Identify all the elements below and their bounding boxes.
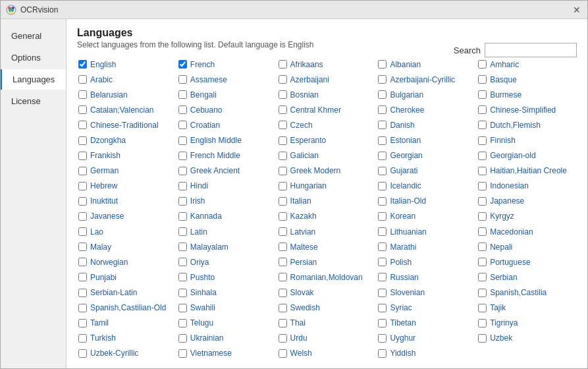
lang-item-macedonian[interactable]: Macedonian xyxy=(477,225,574,239)
lang-checkbox-chinese-traditional[interactable] xyxy=(78,121,87,129)
lang-item-marathi[interactable]: Marathi xyxy=(377,240,474,254)
lang-label-azerbaijani-cyrillic[interactable]: Azerbaijani-Cyrillic xyxy=(390,75,455,84)
sidebar-item-options[interactable]: Options xyxy=(1,47,66,68)
lang-label-dutch-flemish[interactable]: Dutch,Flemish xyxy=(490,121,541,130)
lang-label-croatian[interactable]: Croatian xyxy=(190,121,220,130)
lang-checkbox-hebrew[interactable] xyxy=(78,182,87,190)
lang-label-russian[interactable]: Russian xyxy=(390,273,418,282)
lang-label-italian[interactable]: Italian xyxy=(290,196,311,206)
sidebar-item-general[interactable]: General xyxy=(1,26,66,46)
lang-label-persian[interactable]: Persian xyxy=(290,258,317,267)
lang-checkbox-romanian-moldovan[interactable] xyxy=(279,273,287,281)
lang-checkbox-azerbaijani-cyrillic[interactable] xyxy=(378,75,387,84)
lang-item-tigrinya[interactable]: Tigrinya xyxy=(477,316,574,330)
lang-checkbox-portuguese[interactable] xyxy=(478,258,487,266)
lang-item-haitian-creole[interactable]: Haitian,Haitian Creole xyxy=(477,164,574,178)
lang-checkbox-uyghur[interactable] xyxy=(378,334,387,343)
lang-label-greek-modern[interactable]: Greek Modern xyxy=(290,166,341,175)
lang-item-greek-ancient[interactable]: Greek Ancient xyxy=(177,164,275,178)
lang-label-spanish-castilian-old[interactable]: Spanish,Castilian-Old xyxy=(90,303,166,312)
lang-item-tajik[interactable]: Tajik xyxy=(477,301,574,315)
lang-checkbox-tajik[interactable] xyxy=(478,304,487,312)
lang-checkbox-sinhala[interactable] xyxy=(178,289,187,297)
lang-checkbox-welsh[interactable] xyxy=(279,349,287,358)
lang-item-latvian[interactable]: Latvian xyxy=(277,225,375,239)
lang-item-vietnamese[interactable]: Vietnamese xyxy=(177,347,275,360)
lang-checkbox-nepali[interactable] xyxy=(478,242,487,251)
lang-label-cebuano[interactable]: Cebuano xyxy=(190,105,223,115)
lang-checkbox-swedish[interactable] xyxy=(279,304,287,312)
lang-checkbox-english-middle[interactable] xyxy=(178,136,187,145)
lang-item-javanese[interactable]: Javanese xyxy=(77,210,174,223)
lang-checkbox-malay[interactable] xyxy=(78,242,87,251)
lang-item-lithuanian[interactable]: Lithuanian xyxy=(377,225,474,239)
lang-checkbox-vietnamese[interactable] xyxy=(178,349,187,358)
lang-label-czech[interactable]: Czech xyxy=(290,121,313,130)
lang-label-georgian-old[interactable]: Georgian-old xyxy=(490,151,535,160)
lang-item-gujarati[interactable]: Gujarati xyxy=(377,164,474,178)
lang-item-central-khmer[interactable]: Central Khmer xyxy=(277,103,375,117)
lang-item-serbian-latin[interactable]: Serbian-Latin xyxy=(77,285,174,299)
lang-label-telugu[interactable]: Telugu xyxy=(190,318,213,327)
lang-label-danish[interactable]: Danish xyxy=(390,121,414,130)
lang-item-slovak[interactable]: Slovak xyxy=(277,285,375,299)
lang-item-french[interactable]: French xyxy=(177,57,275,71)
lang-item-croatian[interactable]: Croatian xyxy=(177,118,275,132)
lang-label-chinese-simplified[interactable]: Chinese-Simplified xyxy=(490,105,556,115)
lang-item-slovenian[interactable]: Slovenian xyxy=(377,285,474,299)
lang-checkbox-kyrgyz[interactable] xyxy=(478,212,487,221)
lang-checkbox-punjabi[interactable] xyxy=(78,273,87,281)
lang-checkbox-frankish[interactable] xyxy=(78,152,87,160)
sidebar-item-license[interactable]: License xyxy=(1,91,66,111)
lang-checkbox-amharic[interactable] xyxy=(478,60,487,69)
lang-item-catalan-valencian[interactable]: Catalan;Valencian xyxy=(77,103,174,117)
lang-item-yiddish[interactable]: Yiddish xyxy=(377,347,474,360)
lang-label-uyghur[interactable]: Uyghur xyxy=(390,333,415,343)
lang-label-slovenian[interactable]: Slovenian xyxy=(390,288,425,297)
lang-checkbox-afrikaans[interactable] xyxy=(279,60,287,69)
lang-label-swedish[interactable]: Swedish xyxy=(290,303,320,312)
lang-item-portuguese[interactable]: Portuguese xyxy=(477,255,574,269)
lang-item-dzongkha[interactable]: Dzongkha xyxy=(77,133,174,147)
lang-label-central-khmer[interactable]: Central Khmer xyxy=(290,105,341,115)
lang-item-norwegian[interactable]: Norwegian xyxy=(77,255,174,269)
lang-item-italian[interactable]: Italian xyxy=(277,194,375,208)
lang-item-chinese-traditional[interactable]: Chinese-Traditional xyxy=(77,118,174,132)
lang-checkbox-greek-modern[interactable] xyxy=(279,167,287,175)
lang-checkbox-urdu[interactable] xyxy=(279,334,287,343)
lang-checkbox-thai[interactable] xyxy=(279,319,287,327)
lang-checkbox-slovak[interactable] xyxy=(279,289,287,297)
lang-label-swahili[interactable]: Swahili xyxy=(190,303,215,312)
lang-label-italian-old[interactable]: Italian-Old xyxy=(390,196,426,206)
lang-item-bengali[interactable]: Bengali xyxy=(177,88,275,101)
lang-checkbox-maltese[interactable] xyxy=(279,242,287,251)
lang-checkbox-catalan-valencian[interactable] xyxy=(78,105,87,114)
lang-item-urdu[interactable]: Urdu xyxy=(277,331,375,345)
lang-item-malay[interactable]: Malay xyxy=(77,240,174,254)
lang-item-kyrgyz[interactable]: Kyrgyz xyxy=(477,210,574,223)
lang-label-marathi[interactable]: Marathi xyxy=(390,242,416,252)
lang-checkbox-arabic[interactable] xyxy=(78,75,87,84)
lang-label-cherokee[interactable]: Cherokee xyxy=(390,105,424,115)
lang-label-uzbek-cyrillic[interactable]: Uzbek-Cyrillic xyxy=(90,349,138,358)
lang-item-spanish-castilla[interactable]: Spanish,Castilia xyxy=(477,285,574,299)
lang-label-maltese[interactable]: Maltese xyxy=(290,242,318,252)
lang-checkbox-spanish-castilian-old[interactable] xyxy=(78,304,87,312)
lang-checkbox-bosnian[interactable] xyxy=(279,90,287,99)
lang-label-uzbek[interactable]: Uzbek xyxy=(490,333,512,343)
lang-item-telugu[interactable]: Telugu xyxy=(177,316,275,330)
lang-item-ukrainian[interactable]: Ukrainian xyxy=(177,331,275,345)
lang-checkbox-uzbek-cyrillic[interactable] xyxy=(78,349,87,358)
lang-item-malayalam[interactable]: Malayalam xyxy=(177,240,275,254)
lang-label-irish[interactable]: Irish xyxy=(190,196,205,206)
lang-checkbox-hindi[interactable] xyxy=(178,182,187,190)
lang-label-haitian-creole[interactable]: Haitian,Haitian Creole xyxy=(490,166,567,175)
lang-label-punjabi[interactable]: Punjabi xyxy=(90,273,117,282)
lang-checkbox-central-khmer[interactable] xyxy=(279,105,287,114)
lang-checkbox-italian-old[interactable] xyxy=(378,197,387,206)
lang-label-norwegian[interactable]: Norwegian xyxy=(90,258,128,267)
lang-item-nepali[interactable]: Nepali xyxy=(477,240,574,254)
lang-item-chinese-simplified[interactable]: Chinese-Simplified xyxy=(477,103,574,117)
lang-label-indonesian[interactable]: Indonesian xyxy=(490,181,529,190)
lang-item-polish[interactable]: Polish xyxy=(377,255,474,269)
